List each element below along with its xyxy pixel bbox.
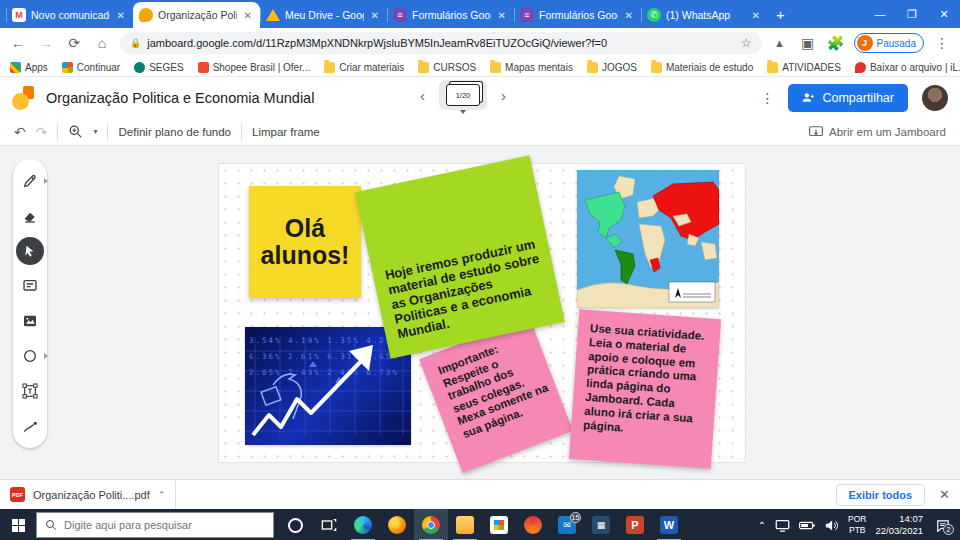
chrome-menu-icon[interactable]: ⋮	[932, 35, 952, 51]
minimize-button[interactable]: —	[864, 0, 896, 28]
taskbar-chrome[interactable]	[414, 509, 448, 540]
tab-forms-2[interactable]: ≡ Formulários Google ✕	[514, 2, 641, 28]
taskbar-clock[interactable]: 14:07 22/03/2021	[875, 513, 923, 538]
volume-icon[interactable]	[824, 519, 839, 532]
next-frame-icon[interactable]: ›	[501, 87, 506, 104]
text-box-tool[interactable]	[16, 377, 44, 405]
taskbar-mail[interactable]: ✉ 15	[550, 509, 584, 540]
language-indicator[interactable]: POR PTB	[848, 514, 866, 535]
previous-frame-icon[interactable]: ‹	[420, 87, 425, 104]
bookmark-continuar[interactable]: Continuar	[62, 62, 120, 73]
sticky-note-green[interactable]: Hoje iremos produzir um material de estu…	[355, 155, 564, 358]
home-icon[interactable]: ⌂	[92, 35, 112, 51]
notification-badge: 2	[943, 524, 954, 535]
bookmark-folder-jogos[interactable]: JOGOS	[587, 62, 637, 73]
share-button[interactable]: Compartilhar	[788, 84, 908, 112]
close-tab-icon[interactable]: ✕	[115, 10, 127, 21]
world-map-image[interactable]	[577, 170, 719, 308]
eraser-tool[interactable]	[16, 202, 44, 230]
bookmark-folder-materiais-estudo[interactable]: Materiais de estudo	[651, 62, 753, 73]
display-tray-icon[interactable]	[775, 519, 790, 532]
taskbar-firefox[interactable]	[380, 509, 414, 540]
task-view-button[interactable]	[312, 509, 346, 540]
taskbar-ccleaner[interactable]	[516, 509, 550, 540]
stock-market-image[interactable]: 3.54% 4.19% 1.35% 4.25% 6.36% 2.61% 6.31…	[245, 327, 411, 445]
tray-expand-chevron-icon[interactable]: ⌃	[758, 520, 766, 531]
reload-icon[interactable]: ⟳	[64, 35, 84, 51]
tab-drive[interactable]: Meu Drive - Google Dri ✕	[260, 2, 387, 28]
undo-icon[interactable]: ↶	[14, 124, 26, 140]
notification-center-button[interactable]: 2	[932, 514, 954, 536]
taskbar-edge[interactable]	[346, 509, 380, 540]
download-item[interactable]: PDF Organização Politi....pdf ⌃	[10, 487, 165, 502]
bookmark-folder-atividades[interactable]: ATIVIDADES	[767, 62, 841, 73]
tab-title: (1) WhatsApp	[666, 9, 745, 21]
taskbar-word[interactable]: W	[652, 509, 686, 540]
forms-icon: ≡	[393, 8, 407, 22]
laser-pointer-tool[interactable]	[16, 412, 44, 440]
pen-tool[interactable]	[16, 167, 44, 195]
start-button[interactable]	[0, 509, 36, 540]
sticky-note-tool[interactable]	[16, 272, 44, 300]
bookmark-apps[interactable]: Apps	[10, 62, 48, 73]
forward-icon[interactable]: →	[36, 35, 56, 51]
close-tab-icon[interactable]: ✕	[242, 10, 254, 21]
tab-whatsapp[interactable]: ✆ (1) WhatsApp ✕	[641, 2, 768, 28]
download-options-chevron-icon[interactable]: ⌃	[158, 490, 166, 500]
battery-icon[interactable]	[799, 520, 815, 531]
close-download-bar-icon[interactable]: ✕	[939, 487, 950, 502]
close-tab-icon[interactable]: ✕	[623, 10, 635, 21]
jam-frame-canvas[interactable]: Olá alunos! Hoje iremos produzir um mate…	[218, 163, 746, 463]
open-in-jamboard-label: Abrir em um Jamboard	[829, 126, 946, 138]
new-tab-button[interactable]: +	[776, 6, 785, 23]
bookmark-seges[interactable]: SEGES	[134, 62, 183, 73]
shape-tool[interactable]	[16, 342, 44, 370]
set-background-button[interactable]: Definir plano de fundo	[118, 126, 231, 138]
close-tab-icon[interactable]: ✕	[750, 10, 762, 21]
user-avatar[interactable]	[922, 85, 948, 111]
document-title[interactable]: Organização Politica e Economia Mundial	[46, 90, 314, 106]
bookmark-star-icon[interactable]: ☆	[741, 36, 752, 50]
zoom-dropdown-icon[interactable]: ▾	[93, 127, 97, 136]
browser-tab-bar: M Novo comunicado: "Bo ✕ Organização Pol…	[0, 0, 960, 28]
taskbar-powerpoint[interactable]: P	[618, 509, 652, 540]
clear-frame-button[interactable]: Limpar frame	[252, 126, 320, 138]
taskbar-calculator[interactable]: ▦	[584, 509, 618, 540]
zoom-icon[interactable]	[68, 124, 83, 139]
extensions-puzzle-icon[interactable]: 🧩	[826, 35, 846, 51]
taskbar-file-explorer[interactable]	[448, 509, 482, 540]
tab-jamboard[interactable]: Organização Politica e E ✕	[133, 2, 260, 28]
profile-sync-chip[interactable]: J Pausada	[854, 33, 924, 53]
side-panel-icon[interactable]: ▣	[798, 35, 818, 51]
bookmark-shopee[interactable]: Shopee Brasil | Ofer...	[198, 62, 311, 73]
maximize-button[interactable]: ❐	[896, 0, 928, 28]
close-tab-icon[interactable]: ✕	[496, 10, 508, 21]
open-in-jamboard-button[interactable]: Abrir em um Jamboard	[809, 126, 946, 138]
image-tool[interactable]	[16, 307, 44, 335]
bookmark-folder-criar-materiais[interactable]: Criar materiais	[324, 62, 404, 73]
note-text: Importante: Respeite o trabalho dos seus…	[436, 343, 549, 440]
cortana-button[interactable]	[278, 509, 312, 540]
sticky-note-yellow[interactable]: Olá alunos!	[249, 186, 361, 298]
redo-icon[interactable]: ↷	[36, 124, 48, 140]
sync-status-label: Pausada	[877, 38, 916, 49]
tab-gmail[interactable]: M Novo comunicado: "Bo ✕	[6, 2, 133, 28]
close-window-button[interactable]: ✕	[928, 0, 960, 28]
show-all-downloads-button[interactable]: Exibir todos	[836, 484, 926, 506]
tab-forms-1[interactable]: ≡ Formulários Google ✕	[387, 2, 514, 28]
address-bar[interactable]: 🔒 jamboard.google.com/d/11RzpM3MpXNDNkrp…	[120, 32, 762, 54]
close-tab-icon[interactable]: ✕	[369, 10, 381, 21]
drive-extension-icon[interactable]: ▲	[770, 37, 790, 49]
select-tool[interactable]	[16, 237, 44, 265]
search-input[interactable]	[64, 519, 244, 531]
back-icon[interactable]: ←	[8, 35, 28, 51]
bookmark-folder-cursos[interactable]: CURSOS	[418, 62, 476, 73]
frame-counter-button[interactable]: 1/20	[439, 80, 487, 110]
lock-icon[interactable]: 🔒	[130, 38, 141, 48]
jam-more-options-icon[interactable]: ⋮	[760, 90, 774, 106]
taskbar-microsoft-store[interactable]	[482, 509, 516, 540]
sticky-note-pink-right[interactable]: Use sua criatividade. Leia o material de…	[569, 309, 721, 469]
taskbar-search[interactable]	[36, 512, 274, 538]
bookmark-ilovepdf[interactable]: Baixar o arquivo | iL...	[855, 62, 960, 73]
bookmark-folder-mapas-mentais[interactable]: Mapas mentais	[490, 62, 573, 73]
